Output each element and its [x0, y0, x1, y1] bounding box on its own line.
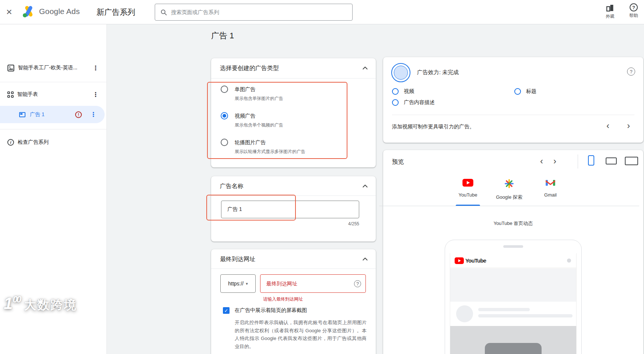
option-label[interactable]: 视频广告 — [235, 113, 255, 119]
preview-prev-icon[interactable]: ‹ — [540, 157, 543, 165]
preview-next-icon[interactable]: › — [553, 157, 556, 165]
ad-strength-gauge-icon — [391, 63, 410, 82]
radio-single-image-ad[interactable] — [221, 86, 228, 93]
radio-carousel-ad[interactable] — [221, 139, 228, 146]
final-url-input-wrap: ? — [260, 274, 366, 293]
landing-screenshot-checkbox[interactable]: ✓ — [223, 307, 230, 314]
sidebar-item-adgroup[interactable]: 智能手表 ⋮ — [0, 87, 107, 102]
url-help-icon[interactable]: ? — [354, 280, 361, 287]
video-placeholder — [485, 343, 542, 354]
option-label[interactable]: 单图广告 — [235, 86, 255, 93]
char-counter: 4/255 — [221, 221, 359, 226]
info-icon: i — [7, 139, 14, 146]
ad-heading: 广告 1 — [211, 30, 234, 41]
strength-tip-text: 添加视频可制作更具吸引力的广告。 — [392, 124, 475, 130]
adgroup-kebab-icon[interactable]: ⋮ — [92, 91, 99, 98]
rights-disclaimer-text: 开启此控件即表示我确认，我拥有此账号在着陆页上所用图片的所有法定权利（或者我有权… — [235, 319, 367, 350]
search-box — [155, 4, 353, 21]
campaign-kebab-icon[interactable]: ⋮ — [92, 64, 99, 72]
card-divider — [392, 115, 634, 115]
strength-help-icon[interactable]: ? — [627, 67, 635, 76]
tip-next-icon[interactable]: › — [627, 122, 630, 129]
sidebar-item-campaign[interactable]: 智能手表工厂-欧美-英语... ⋮ — [0, 60, 107, 75]
search-input[interactable] — [171, 9, 347, 15]
help-icon: ? — [630, 3, 638, 11]
camera-dot — [567, 258, 571, 263]
sidebar-item-ad-selected[interactable]: 广告 1 ! ⋮ — [0, 106, 105, 123]
checkbox-label[interactable]: 在广告中展示着陆页的屏幕截图 — [235, 307, 307, 314]
card-divider — [211, 195, 376, 196]
tab-google-discover[interactable]: Google 探索 — [493, 174, 525, 206]
watermark-dashukuajing: 100 大数跨境 — [4, 295, 77, 312]
preview-surface-tabs: YouTube Google 探索 — [379, 174, 639, 206]
campaign-image-icon — [7, 65, 14, 72]
search-icon — [160, 9, 167, 16]
google-ads-logo[interactable]: Google Ads — [21, 4, 80, 18]
strength-item-label: 标题 — [526, 88, 536, 95]
youtube-logo-icon — [455, 257, 464, 264]
final-url-card-title: 最终到达网址 — [220, 256, 255, 263]
tab-label: YouTube — [458, 192, 477, 198]
adgroup-label: 智能手表 — [17, 91, 38, 98]
surface-label: YouTube 首页动态 — [383, 220, 643, 227]
ad-name-input[interactable] — [221, 201, 359, 218]
ad-strength-title: 广告效力: 未完成 — [417, 69, 459, 76]
ad-name-card: 广告名称 4/255 — [211, 176, 376, 242]
video-placeholder-area — [450, 326, 576, 354]
tab-gmail[interactable]: Gmail — [535, 174, 566, 206]
sidebar-item-review-campaign[interactable]: i 检查广告系列 — [0, 135, 107, 150]
option-desc: 展示以轮播方式显示多张图片的广告 — [235, 149, 305, 155]
option-label[interactable]: 轮播图片广告 — [235, 139, 266, 146]
strength-item-video[interactable]: 视频 — [392, 88, 414, 95]
text-placeholder-bar — [478, 308, 530, 311]
ad-strength-card: 广告效力: 未完成 ? 视频 标题 广告内容描述 添加视频可制作更具吸引力的广告… — [383, 57, 643, 143]
ad-type-card-title: 选择要创建的广告类型 — [220, 65, 279, 72]
final-url-card: 最终到达网址 https:// ▾ ? 请输入最终到达网址 ✓ 在广告中展示着陆… — [211, 249, 376, 354]
strength-item-label: 视频 — [404, 88, 414, 95]
youtube-app-header: YouTube — [450, 253, 576, 268]
strength-item-headline[interactable]: 标题 — [514, 88, 536, 95]
brand-text: Google Ads — [39, 7, 80, 16]
device-tv-icon[interactable] — [625, 157, 638, 165]
ad-label: 广告 1 — [30, 111, 45, 118]
final-url-input[interactable] — [260, 281, 354, 287]
help-label: 帮助 — [629, 13, 638, 19]
appearance-icon — [606, 3, 615, 12]
collapse-chevron-icon[interactable] — [361, 255, 369, 265]
sidebar-divider — [0, 129, 107, 129]
card-divider — [211, 78, 376, 79]
appearance-button[interactable]: 外观 — [601, 3, 620, 20]
collapse-chevron-icon[interactable] — [361, 182, 369, 192]
ad-type-card: 选择要创建的广告类型 单图广告 展示包含单张图片的广告 视频广告 展示包含单个视… — [211, 58, 376, 167]
tip-prev-icon[interactable]: ‹ — [606, 122, 609, 129]
caret-down-icon: ▾ — [246, 281, 248, 286]
device-mobile-icon-selected[interactable] — [588, 155, 594, 166]
ad-kebab-icon[interactable]: ⋮ — [90, 111, 97, 118]
google-discover-icon — [504, 179, 514, 188]
google-ads-new-campaign-page: ✕ Google Ads 新广告系列 外观 ? — [0, 0, 644, 354]
watermark-logo: 100 — [4, 295, 20, 312]
google-ads-logo-icon — [21, 4, 36, 18]
ad-error-icon: ! — [75, 111, 82, 118]
tab-youtube[interactable]: YouTube — [452, 174, 484, 206]
protocol-value: https:// — [228, 281, 244, 287]
close-icon[interactable]: ✕ — [6, 7, 13, 17]
sidebar-divider — [0, 82, 107, 82]
avatar-placeholder — [456, 305, 473, 322]
page-title: 新广告系列 — [97, 7, 135, 17]
radio-video-ad-selected[interactable] — [221, 112, 228, 119]
review-label: 检查广告系列 — [18, 139, 49, 146]
collapse-chevron-icon[interactable] — [361, 64, 369, 74]
strength-item-description[interactable]: 广告内容描述 — [392, 99, 435, 106]
header-vertical-divider — [578, 155, 578, 169]
text-placeholder-bar — [478, 314, 573, 317]
appearance-label: 外观 — [606, 13, 615, 20]
ad-name-card-title: 广告名称 — [220, 183, 244, 190]
device-desktop-icon[interactable] — [606, 157, 617, 164]
adgroup-grid-icon — [7, 91, 14, 98]
incomplete-circle-icon — [392, 88, 399, 95]
watermark-text: 大数跨境 — [24, 298, 77, 312]
placeholder-block — [450, 268, 576, 302]
protocol-select[interactable]: https:// ▾ — [220, 274, 256, 293]
help-button[interactable]: ? 帮助 — [624, 3, 643, 19]
